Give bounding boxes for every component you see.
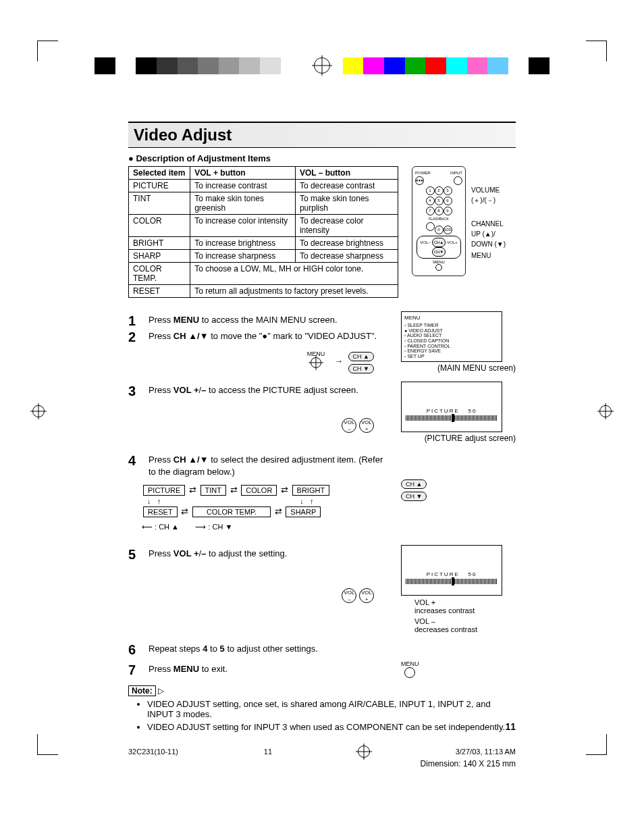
footer-page: 11: [264, 748, 272, 756]
menu-button-icon: MENU: [401, 660, 419, 679]
registration-mark-bottom: [358, 746, 370, 758]
step-1-text: Press MENU to access the MAIN MENU scree…: [149, 314, 387, 328]
ch-down-button: CH ▼: [401, 492, 427, 501]
cell: COLOR: [129, 215, 190, 237]
note-item: VIDEO ADJUST setting, once set, is share…: [147, 699, 516, 719]
notes-list: VIDEO ADJUST setting, once set, is share…: [135, 699, 516, 732]
picture-screen-caption: (PICTURE adjust screen): [401, 434, 516, 443]
picture-adjust-screen-2: PICTURE 50: [401, 545, 502, 596]
step-4-text: Press CH ▲/▼ to select the desired adjus…: [149, 454, 387, 478]
cell: COLOR TEMP.: [129, 263, 190, 285]
page-title: Video Adjust: [128, 123, 516, 148]
registration-mark-left: [32, 405, 45, 417]
ch-up-button: CH ▲: [401, 479, 427, 489]
step-number: 1: [128, 314, 142, 328]
footer-doc: 32C231(10-11): [128, 748, 178, 756]
cell: BRIGHT: [129, 237, 190, 250]
cell: To make skin tones greenish: [190, 192, 296, 215]
cell: To decrease contrast: [295, 180, 398, 192]
th-volp: VOL + button: [190, 167, 296, 180]
note-label: Note:: [128, 685, 156, 696]
step-6-text: Repeat steps 4 to 5 to adjust other sett…: [149, 643, 516, 656]
vol-minus-callout: VOL – decreases contrast: [414, 617, 516, 633]
cell: To decrease brightness: [295, 237, 398, 250]
ch-up-button: CH ▲: [348, 352, 374, 361]
step-2-text: Press CH ▲/▼ to move the "●" mark to "VI…: [149, 330, 387, 344]
picture-adjust-screen: PICTURE 50: [401, 382, 502, 432]
registration-mark-right: [599, 405, 612, 417]
remote-label-callouts: VOLUME (＋)/(－) CHANNEL UP (▲)/ DOWN (▼) …: [471, 166, 506, 261]
ch-down-button: CH ▼: [348, 364, 374, 373]
th-volm: VOL – button: [295, 167, 398, 180]
cell: To increase color intensity: [190, 215, 296, 237]
main-menu-screen: MENU ▫ SLEEP TIMER ● VIDEO ADJUST ▫ AUDI…: [401, 311, 502, 362]
cell: To increase brightness: [190, 237, 296, 250]
remote-illustration: POWERINPUT ●●● 123 456 789 FLASHBACK 010…: [412, 166, 466, 276]
page-content: Video Adjust Description of Adjustment I…: [128, 122, 516, 732]
footer-date: 3/27/03, 11:13 AM: [456, 748, 516, 756]
footer-dimension: Dimension: 140 X 215 mm: [41, 759, 516, 768]
step-number: 7: [128, 663, 142, 677]
cell: To increase contrast: [190, 180, 296, 192]
cell: TINT: [129, 192, 190, 215]
main-menu-caption: (MAIN MENU screen): [401, 363, 516, 373]
step-number: 4: [128, 454, 142, 478]
cell: PICTURE: [129, 180, 190, 192]
vol-plus-callout: VOL + increases contrast: [414, 598, 516, 615]
step-number: 3: [128, 384, 142, 398]
adjustment-table: Selected item VOL + button VOL – button …: [128, 166, 398, 298]
vol-plus-button: VOL +: [359, 588, 374, 603]
cell: To increase sharpness: [190, 250, 296, 263]
adjustment-flow-diagram: PICTURE ⇄ TINT ⇄ COLOR ⇄ BRIGHT ↓ ↑ ↓ ↑ …: [142, 484, 387, 531]
section-subhead: Description of Adjustment Items: [128, 153, 516, 163]
note-arrow-icon: ▷: [158, 686, 164, 696]
menu-button-icon: MENU: [307, 350, 325, 368]
page-number: 11: [505, 721, 516, 732]
cell: To decrease sharpness: [295, 250, 398, 263]
th-item: Selected item: [129, 167, 190, 180]
step-number: 2: [128, 330, 142, 344]
step-5-text: Press VOL +/– to adjust the setting.: [149, 548, 387, 561]
cell: SHARP: [129, 250, 190, 263]
cell: To choose a LOW, ML, MH or HIGH color to…: [190, 263, 398, 285]
step-7-text: Press MENU to exit.: [149, 663, 387, 677]
vol-minus-button: VOL –: [342, 588, 356, 603]
registration-mark-top: [314, 57, 330, 74]
vol-plus-button: VOL +: [359, 418, 374, 433]
step-number: 5: [128, 548, 142, 561]
step-number: 6: [128, 643, 142, 656]
cell: RESET: [129, 285, 190, 298]
cell: To return all adjustments to factory pre…: [190, 285, 398, 298]
step-3-text: Press VOL +/– to access the PICTURE adju…: [149, 384, 387, 398]
vol-minus-button: VOL –: [342, 418, 356, 433]
cell: To make skin tones purplish: [295, 192, 398, 215]
note-item: VIDEO ADJUST setting for INPUT 3 when us…: [147, 722, 516, 732]
print-footer: 32C231(10-11) 11 3/27/03, 11:13 AM: [128, 746, 516, 758]
cell: To decrease color intensity: [295, 215, 398, 237]
